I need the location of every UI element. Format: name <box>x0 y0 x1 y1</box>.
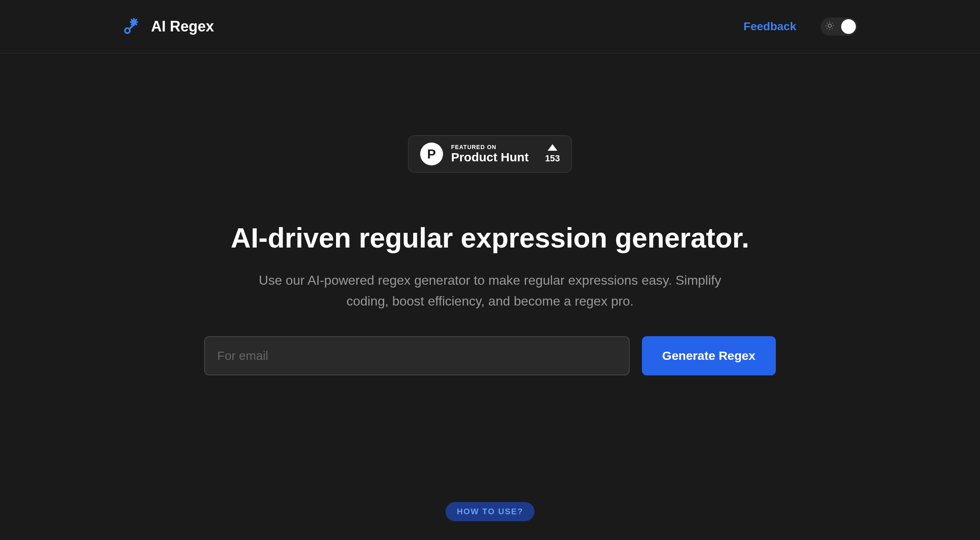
hero-description: Use our AI-powered regex generator to ma… <box>245 270 735 312</box>
upvote-count: 153 <box>545 153 560 164</box>
input-row: Generate Regex <box>204 336 776 375</box>
product-hunt-badge[interactable]: P FEATURED ON Product Hunt 153 <box>408 135 572 173</box>
header-left: AI Regex <box>122 16 214 37</box>
app-title: AI Regex <box>151 18 214 35</box>
header: AI Regex Feedback <box>0 0 980 54</box>
svg-line-10 <box>832 23 833 23</box>
logo-icon <box>122 16 143 37</box>
feedback-link[interactable]: Feedback <box>744 20 796 33</box>
product-hunt-name: Product Hunt <box>451 150 529 164</box>
product-hunt-text: FEATURED ON Product Hunt <box>451 144 529 164</box>
svg-line-9 <box>827 28 827 29</box>
product-hunt-featured-label: FEATURED ON <box>451 144 529 150</box>
generate-button[interactable]: Generate Regex <box>642 336 776 375</box>
sun-icon <box>825 21 835 32</box>
regex-input[interactable] <box>204 336 630 375</box>
upvote-triangle-icon <box>548 144 557 151</box>
main-content: P FEATURED ON Product Hunt 153 AI-driven… <box>0 54 980 521</box>
how-to-use-badge[interactable]: HOW TO USE? <box>445 502 535 521</box>
hero-title: AI-driven regular expression generator. <box>231 222 749 254</box>
toggle-knob <box>841 19 856 34</box>
svg-line-5 <box>827 23 827 23</box>
theme-toggle[interactable] <box>821 18 858 36</box>
svg-line-6 <box>832 28 833 29</box>
product-hunt-logo-icon: P <box>420 143 443 165</box>
svg-point-2 <box>828 24 831 27</box>
header-right: Feedback <box>744 18 858 36</box>
svg-point-0 <box>125 28 130 33</box>
product-hunt-upvote: 153 <box>545 144 560 164</box>
